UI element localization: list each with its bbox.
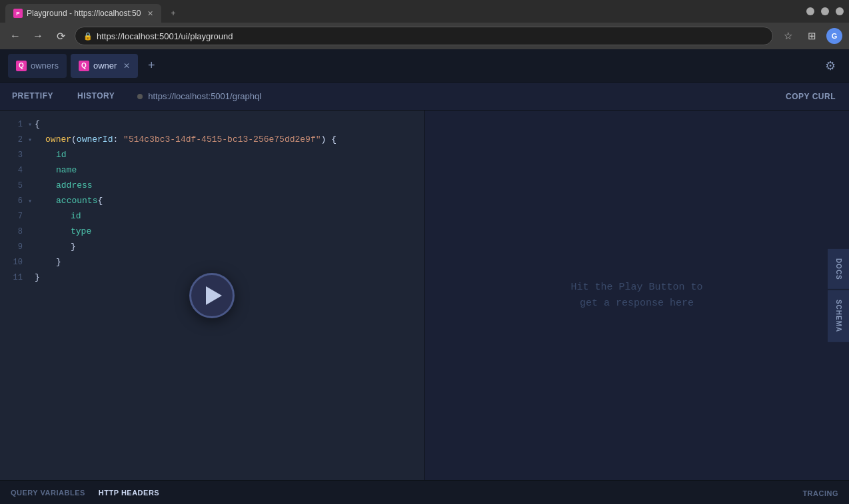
- refresh-button[interactable]: ⟳: [52, 27, 69, 45]
- response-hint-line1: Hit the Play Button to: [570, 282, 702, 293]
- code-brace-open: {: [35, 117, 40, 132]
- window-controls: [806, 7, 844, 15]
- code-brace-close-accounts: }: [71, 240, 76, 254]
- line-number-2: 2: [7, 132, 23, 147]
- line-number-4: 4: [7, 163, 23, 178]
- code-line-10: 10 }: [0, 255, 424, 270]
- line-number-9: 9: [7, 240, 23, 254]
- line-number-3: 3: [7, 148, 23, 162]
- code-brace-close-root: }: [35, 270, 40, 285]
- code-field-accounts-type: type: [71, 224, 91, 239]
- maximize-button[interactable]: [821, 7, 829, 15]
- docs-label: DOCS: [835, 258, 842, 280]
- code-accounts-brace: {: [97, 194, 103, 208]
- tracing-button[interactable]: TRACING: [802, 489, 838, 497]
- bottom-bar: QUERY VARIABLES HTTP HEADERS TRACING: [0, 480, 849, 504]
- code-paren-open: (: [71, 134, 77, 144]
- browser-toolbar: ← → ⟳ 🔒 https://localhost:5001/ui/playgr…: [0, 23, 849, 49]
- address-bar[interactable]: 🔒 https://localhost:5001/ui/playground: [75, 27, 773, 45]
- new-tab-plus: +: [171, 9, 175, 18]
- close-button[interactable]: [836, 7, 844, 15]
- owners-tab-label: owners: [31, 61, 59, 71]
- line-number-8: 8: [7, 224, 23, 239]
- code-field-address: address: [56, 178, 93, 193]
- code-line-7: 7 id: [0, 209, 424, 224]
- owner-tab-label: owner: [93, 61, 117, 71]
- owners-tab-icon: Q: [16, 61, 27, 71]
- bookmark-button[interactable]: ☆: [778, 27, 797, 45]
- line-number-5: 5: [7, 178, 23, 193]
- line-number-10: 10: [7, 255, 23, 270]
- response-panel: Hit the Play Button to get a response he…: [424, 111, 849, 480]
- fold-arrow-9-empty: [28, 240, 32, 255]
- fold-arrow-10-empty: [28, 256, 32, 270]
- code-field-id: id: [56, 148, 67, 162]
- fold-arrow-6[interactable]: ▾: [28, 194, 32, 209]
- code-line-4: 4 name: [0, 163, 424, 178]
- profile-avatar[interactable]: G: [826, 28, 842, 44]
- code-line-2: 2 ▾ owner(ownerId: "514c3bc3-14df-4515-b…: [0, 132, 424, 148]
- editor-panel: 1 ▾ { 2 ▾ owner(ownerId: "514c3bc3-14df-…: [0, 111, 424, 480]
- bottom-left: QUERY VARIABLES HTTP HEADERS: [11, 489, 159, 497]
- minimize-button[interactable]: [806, 7, 814, 15]
- play-button[interactable]: [189, 273, 235, 318]
- query-variables-button[interactable]: QUERY VARIABLES: [11, 489, 85, 497]
- code-paren-close: ) {: [321, 134, 337, 144]
- fold-arrow-8-empty: [28, 225, 32, 240]
- line-number-7: 7: [7, 209, 23, 224]
- code-field-accounts: accounts: [56, 194, 97, 208]
- owner-tab[interactable]: Q owner ✕: [71, 54, 138, 78]
- app-toolbar: Q owners Q owner ✕ + ⚙: [0, 49, 849, 83]
- endpoint-url: https://localhost:5001/graphql: [148, 91, 261, 101]
- side-buttons: DOCS SCHEMA: [828, 248, 849, 342]
- extensions-button[interactable]: ⊞: [802, 27, 821, 45]
- browser-tabs: P Playground - https://localhost:50 ✕ +: [5, 0, 183, 23]
- response-hint-line2: get a response here: [580, 298, 694, 309]
- browser-toolbar-right: ☆ ⊞ G: [778, 27, 842, 45]
- tab-label: Playground - https://localhost:50: [27, 9, 141, 18]
- prettify-button[interactable]: PRETTIFY: [0, 83, 65, 110]
- code-colon: :: [113, 134, 123, 144]
- sub-toolbar-left: PRETTIFY HISTORY: [0, 83, 127, 110]
- fold-arrow-7-empty: [28, 210, 32, 224]
- code-line-8: 8 type: [0, 224, 424, 240]
- code-line-1: 1 ▾ {: [0, 117, 424, 132]
- bottom-right: TRACING: [802, 487, 838, 499]
- code-field-name: name: [56, 163, 77, 178]
- line-number-1: 1: [7, 117, 23, 132]
- fold-arrow-2[interactable]: ▾: [28, 133, 32, 148]
- back-button[interactable]: ←: [7, 27, 24, 45]
- schema-label: SCHEMA: [835, 300, 842, 332]
- line-number-6: 6: [7, 194, 23, 208]
- copy-curl-button[interactable]: COPY CURL: [772, 83, 849, 110]
- lock-icon: 🔒: [83, 32, 93, 41]
- sub-toolbar: PRETTIFY HISTORY https://localhost:5001/…: [0, 83, 849, 111]
- owner-tab-close[interactable]: ✕: [123, 61, 130, 71]
- browser-tab-active[interactable]: P Playground - https://localhost:50 ✕: [5, 4, 161, 23]
- code-line-6: 6 ▾ accounts {: [0, 194, 424, 209]
- owner-tab-icon: Q: [79, 61, 89, 71]
- docs-button[interactable]: DOCS: [828, 248, 849, 289]
- line-number-11: 11: [7, 270, 23, 285]
- fold-arrow-1[interactable]: ▾: [28, 118, 32, 132]
- address-url: https://localhost:5001/ui/playground: [97, 31, 233, 41]
- code-param-ownerid: ownerId: [77, 134, 113, 144]
- fold-arrow-11-empty: [28, 271, 32, 286]
- schema-button[interactable]: SCHEMA: [828, 290, 849, 342]
- tab-favicon: P: [13, 9, 23, 18]
- forward-button[interactable]: →: [29, 27, 47, 45]
- response-hint: Hit the Play Button to get a response he…: [570, 280, 702, 312]
- owners-tab[interactable]: Q owners: [8, 54, 67, 78]
- code-line-5: 5 address: [0, 178, 424, 194]
- browser-new-tab[interactable]: +: [163, 4, 183, 23]
- main-area: 1 ▾ { 2 ▾ owner(ownerId: "514c3bc3-14df-…: [0, 111, 849, 480]
- add-tab-button[interactable]: +: [142, 57, 161, 75]
- browser-titlebar: P Playground - https://localhost:50 ✕ +: [0, 0, 849, 23]
- http-headers-button[interactable]: HTTP HEADERS: [99, 489, 159, 497]
- history-button[interactable]: HISTORY: [65, 83, 127, 110]
- fold-arrow-3-empty: [28, 148, 32, 163]
- endpoint-status-dot: [137, 94, 143, 99]
- settings-button[interactable]: ⚙: [820, 55, 841, 77]
- tab-close-button[interactable]: ✕: [147, 9, 153, 18]
- code-brace-close-owner: }: [56, 255, 61, 270]
